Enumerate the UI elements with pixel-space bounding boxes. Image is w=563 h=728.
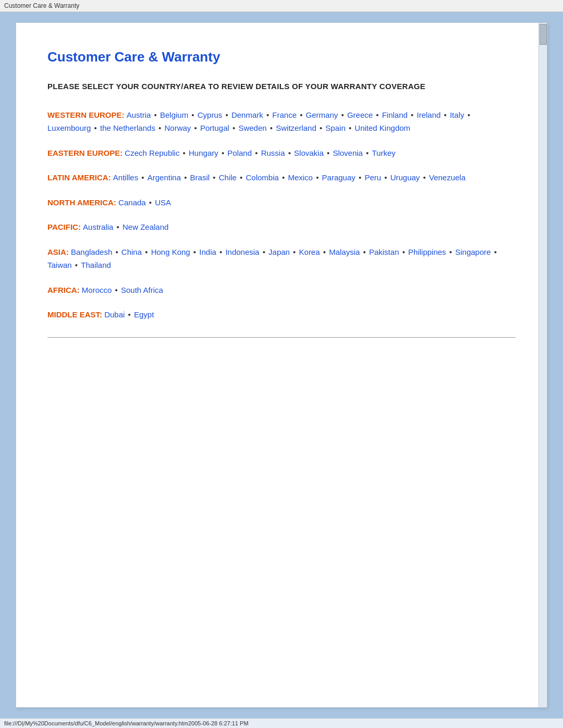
country-link-thailand[interactable]: Thailand: [81, 261, 111, 269]
bullet: •: [321, 248, 328, 256]
country-link-bangladesh[interactable]: Bangladesh: [71, 248, 112, 256]
bullet: •: [113, 248, 120, 256]
bullet: •: [400, 248, 407, 256]
country-link-the-netherlands[interactable]: the Netherlands: [100, 124, 155, 132]
country-link-portugal[interactable]: Portugal: [200, 124, 229, 132]
status-bar: file:///D|/My%20Documents/dfu/C6_Model/e…: [0, 718, 563, 728]
country-link-denmark[interactable]: Denmark: [231, 110, 263, 119]
country-link-finland[interactable]: Finland: [382, 110, 408, 119]
country-link-south-africa[interactable]: South Africa: [121, 286, 163, 294]
country-link-australia[interactable]: Australia: [83, 223, 113, 231]
country-link-hungary[interactable]: Hungary: [189, 149, 218, 157]
country-link-france[interactable]: France: [272, 110, 297, 119]
country-link-chile[interactable]: Chile: [219, 173, 237, 182]
region-africa: AFRICA: Morocco • South Africa: [47, 283, 516, 297]
bullet: •: [325, 149, 332, 157]
status-bar-text: file:///D|/My%20Documents/dfu/C6_Model/e…: [4, 720, 249, 726]
country-link-ireland[interactable]: Ireland: [417, 110, 440, 119]
country-link-luxembourg[interactable]: Luxembourg: [47, 124, 91, 132]
country-link-turkey[interactable]: Turkey: [372, 149, 396, 157]
bullet: •: [253, 149, 260, 157]
country-link-hong-kong[interactable]: Hong Kong: [151, 248, 190, 256]
country-link-austria[interactable]: Austria: [127, 110, 151, 119]
scrollbar[interactable]: [538, 23, 547, 707]
scrollbar-thumb[interactable]: [540, 24, 547, 45]
region-asia: ASIA: Bangladesh • China • Hong Kong • I…: [47, 245, 516, 272]
bullet: •: [217, 248, 225, 256]
bullet: •: [139, 173, 146, 182]
bullet: •: [114, 223, 121, 231]
bullet: •: [347, 124, 354, 132]
country-link-united-kingdom[interactable]: United Kingdom: [354, 124, 410, 132]
country-link-venezuela[interactable]: Venezuela: [429, 173, 466, 182]
country-link-indonesia[interactable]: Indonesia: [225, 248, 259, 256]
country-link-singapore[interactable]: Singapore: [455, 248, 491, 256]
bullet: •: [442, 110, 449, 119]
country-link-new-zealand[interactable]: New Zealand: [123, 223, 168, 231]
bullet: •: [286, 149, 293, 157]
country-link-egypt[interactable]: Egypt: [134, 310, 154, 319]
bullet: •: [219, 149, 227, 157]
country-link-switzerland[interactable]: Switzerland: [276, 124, 316, 132]
region-north-america: NORTH AMERICA: Canada • USA: [47, 196, 516, 209]
country-link-argentina[interactable]: Argentina: [148, 173, 181, 182]
country-link-dubai[interactable]: Dubai: [104, 310, 125, 319]
country-link-brasil[interactable]: Brasil: [190, 173, 210, 182]
country-link-pakistan[interactable]: Pakistan: [369, 248, 399, 256]
title-bar-text: Customer Care & Warranty: [4, 2, 79, 9]
country-link-uruguay[interactable]: Uruguay: [390, 173, 420, 182]
country-link-sweden[interactable]: Sweden: [238, 124, 266, 132]
page-subtitle: PLEASE SELECT YOUR COUNTRY/AREA TO REVIE…: [47, 81, 516, 93]
country-link-slovakia[interactable]: Slovakia: [294, 149, 324, 157]
country-link-cyprus[interactable]: Cyprus: [198, 110, 223, 119]
regions-container: WESTERN EUROPE: Austria • Belgium • Cypr…: [47, 108, 516, 322]
region-label-latin-america: LATIN AMERICA:: [47, 173, 113, 182]
region-label-asia: ASIA:: [47, 248, 71, 256]
country-link-italy[interactable]: Italy: [450, 110, 464, 119]
country-link-paraguay[interactable]: Paraguay: [322, 173, 356, 182]
country-link-korea[interactable]: Korea: [299, 248, 320, 256]
bullet: •: [113, 286, 120, 294]
bullet: •: [238, 173, 245, 182]
country-link-colombia[interactable]: Colombia: [246, 173, 278, 182]
bullet: •: [92, 124, 99, 132]
country-link-norway[interactable]: Norway: [164, 124, 191, 132]
title-bar: Customer Care & Warranty: [0, 0, 563, 12]
region-middle-east: MIDDLE EAST: Dubai • Egypt: [47, 308, 516, 322]
country-link-china[interactable]: China: [121, 248, 142, 256]
divider: [47, 337, 516, 338]
country-link-usa[interactable]: USA: [155, 198, 171, 207]
country-link-greece[interactable]: Greece: [347, 110, 373, 119]
country-link-slovenia[interactable]: Slovenia: [333, 149, 363, 157]
country-link-germany[interactable]: Germany: [306, 110, 338, 119]
region-label-middle-east: MIDDLE EAST:: [47, 310, 104, 319]
country-link-canada[interactable]: Canada: [118, 198, 146, 207]
country-link-poland[interactable]: Poland: [227, 149, 252, 157]
country-link-russia[interactable]: Russia: [261, 149, 285, 157]
bullet: •: [211, 173, 218, 182]
country-link-morocco[interactable]: Morocco: [82, 286, 112, 294]
country-link-japan[interactable]: Japan: [268, 248, 290, 256]
country-link-czech-republic[interactable]: Czech Republic: [125, 149, 179, 157]
country-link-mexico[interactable]: Mexico: [288, 173, 313, 182]
bullet: •: [73, 261, 80, 269]
bullet: •: [421, 173, 428, 182]
country-link-india[interactable]: India: [199, 248, 216, 256]
bullet: •: [364, 149, 371, 157]
country-link-taiwan[interactable]: Taiwan: [47, 261, 72, 269]
country-link-antilles[interactable]: Antilles: [113, 173, 138, 182]
bullet: •: [182, 173, 189, 182]
page-container: Customer Care & Warranty PLEASE SELECT Y…: [16, 22, 547, 708]
country-link-malaysia[interactable]: Malaysia: [329, 248, 360, 256]
region-latin-america: LATIN AMERICA: Antilles • Argentina • Br…: [47, 171, 516, 184]
bullet: •: [152, 110, 159, 119]
bullet: •: [223, 110, 230, 119]
bullet: •: [260, 248, 267, 256]
country-link-peru[interactable]: Peru: [364, 173, 381, 182]
bullet: •: [230, 124, 238, 132]
outer-wrapper: Customer Care & Warranty PLEASE SELECT Y…: [0, 12, 563, 718]
country-link-philippines[interactable]: Philippines: [408, 248, 446, 256]
country-link-belgium[interactable]: Belgium: [160, 110, 188, 119]
country-link-spain[interactable]: Spain: [325, 124, 345, 132]
region-label-pacific: PACIFIC:: [47, 223, 83, 231]
